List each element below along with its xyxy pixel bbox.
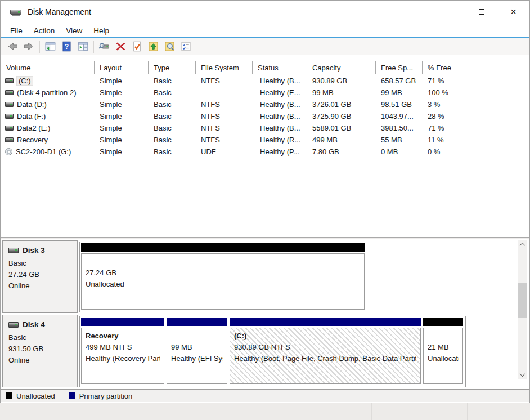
- drive-icon: [5, 114, 14, 119]
- properties-check-button[interactable]: [129, 39, 145, 54]
- folder-up-arrow-icon: [147, 41, 159, 52]
- disk-management-app-icon: [10, 8, 23, 16]
- column-header-file-system[interactable]: File System: [196, 61, 253, 74]
- change-drive-letter-button[interactable]: [145, 39, 161, 54]
- show-action-pane-button[interactable]: [75, 39, 91, 54]
- scrollbar-thumb[interactable]: [518, 283, 527, 318]
- scroll-down-button[interactable]: [518, 370, 527, 379]
- drive-magnifier-icon: [98, 41, 110, 52]
- scroll-up-button[interactable]: [518, 240, 527, 249]
- column-header-free-space[interactable]: Free Sp...: [376, 61, 423, 74]
- volume-row-c[interactable]: (C:) Simple Basic NTFS Healthy (B... 930…: [1, 75, 529, 87]
- drive-icon: [5, 137, 14, 142]
- status-cell: Healthy (B...: [253, 75, 307, 87]
- partition-size: 27.24 GB: [86, 267, 360, 279]
- volume-list: (C:) Simple Basic NTFS Healthy (B... 930…: [1, 75, 529, 158]
- task-list-button[interactable]: [178, 39, 194, 54]
- layout-cell: Simple: [95, 134, 149, 146]
- layout-cell: Simple: [95, 87, 149, 99]
- unallocated-color-bar: [81, 243, 365, 252]
- forward-button[interactable]: [21, 39, 37, 54]
- type-cell: Basic: [149, 146, 196, 158]
- maximize-icon: [479, 9, 484, 15]
- minimize-icon: [446, 12, 452, 12]
- minimize-button[interactable]: [433, 1, 465, 23]
- back-icon: [7, 41, 19, 52]
- capacity-cell: 99 MB: [307, 87, 376, 99]
- file-system-cell: NTFS: [196, 75, 253, 87]
- volume-name: (C:): [17, 77, 33, 85]
- drive-icon: [5, 126, 14, 131]
- primary-partition-color-bar: [167, 318, 227, 326]
- menu-view[interactable]: View: [60, 24, 88, 37]
- file-system-cell: [196, 87, 253, 99]
- volume-row-recovery[interactable]: Recovery Simple Basic NTFS Healthy (R...…: [1, 134, 529, 146]
- desktop-backdrop: [0, 403, 530, 420]
- menu-action[interactable]: Action: [28, 24, 61, 37]
- drive-icon: [5, 78, 14, 83]
- action-pane-icon: [77, 41, 89, 52]
- rescan-disks-button[interactable]: [96, 39, 113, 54]
- drive-icon: [5, 90, 14, 95]
- column-header-capacity[interactable]: Capacity: [307, 61, 376, 74]
- partition-size: 99 MB: [171, 342, 223, 353]
- column-header-layout[interactable]: Layout: [95, 61, 149, 74]
- partition-status: Unallocated: [428, 353, 459, 364]
- volume-name: (Disk 4 partition 2): [17, 88, 76, 97]
- disk4-info-card[interactable]: Disk 4 Basic 931.50 GB Online: [2, 315, 78, 387]
- maximize-button[interactable]: [465, 1, 497, 23]
- file-system-cell: NTFS: [196, 110, 253, 122]
- close-icon: ✕: [510, 7, 517, 16]
- column-header-status[interactable]: Status: [253, 61, 307, 74]
- drive-icon: [5, 102, 14, 107]
- file-system-cell: NTFS: [196, 134, 253, 146]
- delete-button[interactable]: [113, 39, 129, 54]
- column-header-type[interactable]: Type: [149, 61, 196, 74]
- disk3-unallocated-partition[interactable]: 27.24 GB Unallocated: [81, 243, 365, 311]
- explore-button[interactable]: [161, 39, 178, 54]
- partition-c[interactable]: (C:) 930.89 GB NTFS Healthy (Boot, Page …: [230, 318, 421, 386]
- help-icon: ?: [61, 41, 73, 52]
- free-space-cell: 658.57 GB: [376, 75, 423, 87]
- layout-cell: Simple: [95, 99, 149, 110]
- partition-efi[interactable]: 99 MB Healthy (EFI System Partition): [167, 318, 227, 386]
- free-space-cell: 99 MB: [376, 87, 423, 99]
- forward-icon: [23, 41, 35, 52]
- help-button[interactable]: ?: [59, 39, 75, 54]
- disk3-info-card[interactable]: Disk 3 Basic 27.24 GB Online: [2, 240, 78, 313]
- primary-partition-swatch: [69, 392, 75, 399]
- menu-help[interactable]: Help: [88, 24, 115, 37]
- pct-free-cell: 71 %: [423, 75, 486, 87]
- capacity-cell: 3725.90 GB: [307, 110, 376, 122]
- capacity-cell: 5589.01 GB: [307, 122, 376, 134]
- column-header-volume[interactable]: Volume: [1, 61, 95, 74]
- console-tree-icon: [44, 41, 56, 52]
- chevron-up-icon: [520, 243, 525, 248]
- volume-row-disk4-partition2[interactable]: (Disk 4 partition 2) Simple Basic Health…: [1, 87, 529, 99]
- legend-label-unallocated: Unallocated: [16, 392, 55, 400]
- volume-name: Data (F:): [17, 112, 46, 120]
- legend-label-primary-partition: Primary partition: [79, 392, 133, 400]
- file-system-cell: UDF: [196, 146, 253, 158]
- partition-unallocated-21mb[interactable]: 21 MB Unallocated: [423, 318, 463, 386]
- partition-recovery[interactable]: Recovery 499 MB NTFS Healthy (Recovery P…: [81, 318, 164, 386]
- disk-management-window: Disk Management ✕ File Action View Help …: [0, 0, 530, 403]
- toolbar-separator: [93, 41, 94, 53]
- disk-size: 27.24 GB: [8, 269, 71, 280]
- back-button[interactable]: [5, 39, 21, 54]
- menu-file[interactable]: File: [5, 24, 28, 37]
- show-console-tree-button[interactable]: [42, 39, 59, 54]
- volume-row-data-d[interactable]: Data (D:) Simple Basic NTFS Healthy (B..…: [1, 99, 529, 110]
- disk-size: 931.50 GB: [8, 343, 71, 355]
- pct-free-cell: 11 %: [423, 134, 486, 146]
- pct-free-cell: 28 %: [423, 110, 486, 122]
- close-button[interactable]: ✕: [497, 1, 529, 23]
- volume-row-data-f[interactable]: Data (F:) Simple Basic NTFS Healthy (B..…: [1, 110, 529, 122]
- free-space-cell: 55 MB: [376, 134, 423, 146]
- volume-row-sc2-200-d1[interactable]: SC2-200-D1 (G:) Simple Basic UDF Healthy…: [1, 146, 529, 158]
- volume-row-data2-e[interactable]: Data2 (E:) Simple Basic NTFS Healthy (B.…: [1, 122, 529, 134]
- partition-title: (C:): [234, 330, 416, 342]
- vertical-scrollbar[interactable]: [518, 240, 527, 379]
- legend-bar: Unallocated Primary partition: [1, 389, 529, 402]
- column-header-pct-free[interactable]: % Free: [423, 61, 486, 74]
